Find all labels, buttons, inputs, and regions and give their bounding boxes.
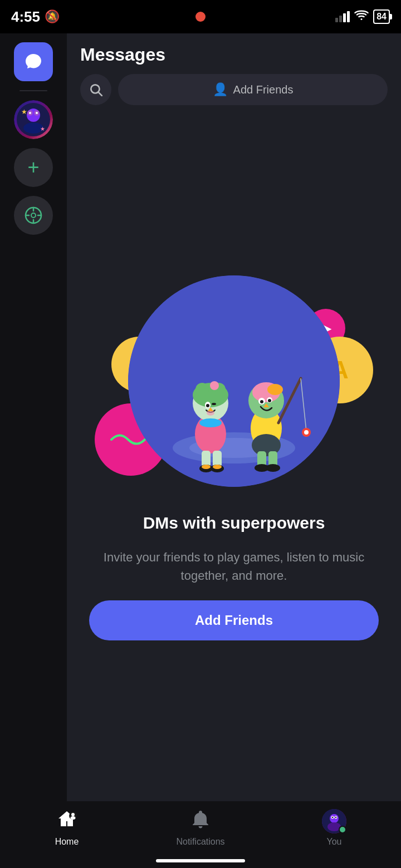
svg-line-16 [99, 92, 102, 96]
bell-icon [190, 809, 211, 834]
status-bar: 4:55 🔕 84 [0, 0, 401, 33]
empty-state: 🎵 ▶ A [67, 114, 401, 801]
server-avatar-art: ★ ★ [17, 103, 50, 136]
add-friends-label: Add Friends [233, 83, 294, 96]
svg-point-30 [199, 418, 222, 427]
svg-point-36 [213, 465, 222, 469]
mute-icon: 🔕 [45, 9, 60, 24]
svg-point-5 [29, 112, 31, 114]
svg-point-62 [332, 817, 333, 818]
status-time: 4:55 🔕 [11, 8, 60, 26]
empty-state-title: DMs with superpowers [143, 514, 325, 532]
svg-point-55 [71, 813, 75, 816]
search-icon [89, 82, 103, 97]
sidebar-item-discover[interactable] [14, 196, 53, 235]
svg-point-35 [202, 465, 211, 469]
add-friends-header-button[interactable]: 👤 Add Friends [118, 74, 388, 105]
illustration: 🎵 ▶ A [100, 264, 368, 498]
sidebar-divider [19, 90, 47, 91]
svg-point-56 [71, 816, 76, 820]
you-label: You [327, 837, 342, 847]
svg-text:★: ★ [40, 126, 45, 132]
add-friends-main-label: Add Friends [195, 613, 273, 628]
wifi-icon [354, 10, 369, 24]
home-icon [56, 809, 77, 834]
notifications-label: Notifications [176, 837, 224, 847]
add-friends-main-button[interactable]: Add Friends [89, 600, 379, 640]
recording-dot [195, 12, 206, 22]
page-title: Messages [80, 45, 388, 65]
svg-point-63 [335, 817, 336, 818]
main-illustration-circle [128, 275, 340, 487]
message-icon [23, 52, 43, 72]
home-svg-icon [56, 809, 77, 830]
header-actions: 👤 Add Friends [80, 74, 388, 105]
home-indicator [156, 859, 245, 862]
svg-point-58 [330, 814, 339, 823]
characters-svg [128, 275, 340, 487]
header: Messages 👤 Add Friends [67, 33, 401, 114]
home-label: Home [55, 837, 79, 847]
svg-point-49 [304, 430, 309, 435]
signal-icon [335, 11, 350, 22]
empty-state-description: Invite your friends to play games, liste… [89, 548, 379, 585]
main-layout: ★ ★ + Messages [0, 33, 401, 801]
bottom-nav: Home Notifications [0, 801, 401, 868]
discover-icon [23, 205, 43, 225]
nav-item-you[interactable]: You [267, 809, 401, 847]
you-avatar-container [322, 809, 346, 834]
svg-point-23 [195, 383, 209, 396]
svg-point-6 [36, 112, 38, 114]
battery-level: 84 [376, 12, 387, 22]
svg-point-25 [210, 381, 219, 390]
nav-item-home[interactable]: Home [0, 809, 134, 847]
dynamic-island [145, 6, 256, 28]
online-indicator [339, 826, 346, 834]
bell-svg-icon [190, 809, 211, 830]
sidebar-item-messages[interactable] [14, 42, 53, 81]
battery-icon: 84 [373, 9, 390, 24]
nav-item-notifications[interactable]: Notifications [134, 809, 267, 847]
search-button[interactable] [80, 74, 111, 105]
svg-point-10 [31, 213, 36, 218]
sidebar-item-add-server[interactable]: + [14, 148, 53, 187]
time-display: 4:55 [11, 8, 40, 26]
svg-point-27 [206, 404, 209, 407]
sidebar: ★ ★ + [0, 33, 67, 801]
svg-point-43 [260, 400, 263, 403]
add-friends-icon: 👤 [213, 82, 228, 97]
status-icons: 84 [335, 9, 390, 24]
svg-text:★: ★ [21, 108, 27, 116]
svg-point-41 [267, 384, 283, 395]
svg-point-53 [266, 464, 280, 472]
svg-point-28 [212, 403, 216, 405]
svg-point-45 [268, 399, 271, 402]
content-area: Messages 👤 Add Friends [67, 33, 401, 801]
sidebar-item-server1[interactable]: ★ ★ [14, 100, 53, 139]
add-icon: + [27, 157, 39, 177]
